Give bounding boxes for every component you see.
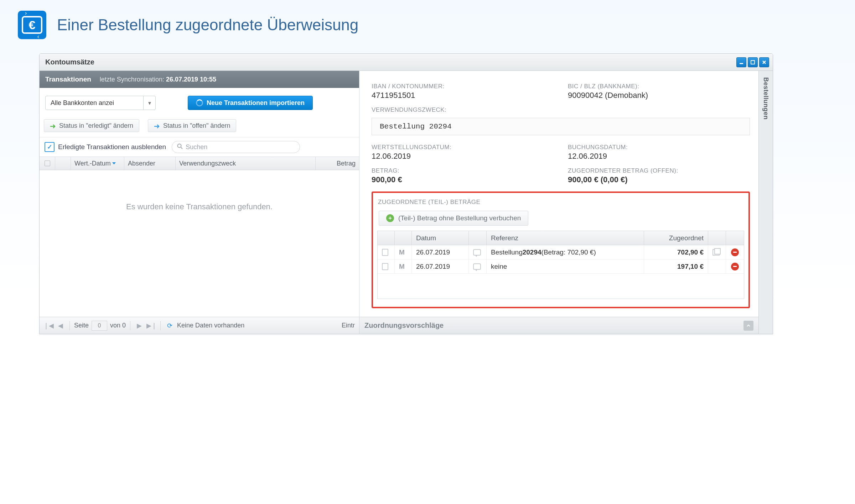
mark-open-button[interactable]: Status in "offen" ändern — [148, 119, 237, 132]
arrow-right-blue-icon — [154, 123, 160, 128]
window-close-button[interactable] — [759, 57, 769, 67]
pager-page-input[interactable] — [92, 321, 107, 331]
orders-side-label: Bestellungen — [762, 71, 770, 120]
transactions-panel: Transaktionen letzte Synchronisation: 26… — [40, 71, 359, 334]
page-header: › € ‹ Einer Bestellung zugeordnete Überw… — [18, 11, 837, 39]
select-all-checkbox[interactable] — [45, 161, 50, 166]
sync-info: letzte Synchronisation: 26.07.2019 10:55 — [100, 76, 216, 83]
column-value-date[interactable]: Wert.-Datum — [71, 157, 124, 170]
bic-label: BIC / BLZ (BANKNAME): — [568, 83, 750, 90]
import-transactions-button[interactable]: Neue Transaktionen importieren — [188, 96, 313, 110]
pager-first-button[interactable]: ❘◀ — [44, 321, 53, 330]
suggestions-bar[interactable]: Zuordnungsvorschläge — [359, 317, 758, 334]
search-icon — [177, 143, 183, 151]
row-amount: 702,90 € — [644, 245, 708, 259]
iban-label: IBAN / KONTONUMMER: — [372, 83, 554, 90]
hide-done-label: Erledigte Transaktionen ausblenden — [58, 143, 166, 151]
row-amount: 197,10 € — [644, 259, 708, 273]
pager: ❘◀ ◀ Seite von 0 ▶ ▶❘ ⟳ Keine Daten vorh… — [40, 317, 359, 334]
sort-desc-icon — [112, 162, 116, 164]
account-select[interactable]: Alle Bankkonten anzei ▾ — [45, 96, 156, 110]
suggestions-title: Zuordnungsvorschläge — [364, 321, 444, 330]
add-partial-amount-button[interactable]: + (Teil-) Betrag ohne Bestellung verbuch… — [379, 211, 528, 226]
chevron-down-icon: ▾ — [143, 96, 155, 110]
assigned-amounts-table: Datum Referenz Zugeordnet M26.07.2019Bes… — [377, 231, 744, 299]
pager-no-data: Keine Daten vorhanden — [177, 322, 244, 329]
value-date: 12.06.2019 — [372, 152, 554, 161]
row-reference: Bestellung 20294 (Betrag: 702,90 €) — [487, 245, 644, 259]
amount-value: 900,00 € — [372, 175, 554, 184]
euro-icon: › € ‹ — [18, 11, 46, 39]
pager-next-button[interactable]: ▶ — [135, 321, 144, 330]
account-select-value: Alle Bankkonten anzei — [46, 99, 143, 107]
row-date: 26.07.2019 — [412, 259, 469, 273]
search-placeholder: Suchen — [186, 143, 207, 151]
comment-icon[interactable] — [473, 249, 481, 256]
col-reference[interactable]: Referenz — [487, 231, 644, 245]
m-badge-icon: M — [399, 263, 405, 271]
purpose-text: Bestellung 20294 — [372, 118, 750, 135]
document-icon — [382, 263, 388, 270]
transactions-subheader: Transaktionen letzte Synchronisation: 26… — [40, 71, 359, 88]
document-icon — [382, 249, 388, 256]
pager-page-label: Seite — [74, 322, 89, 329]
amount-label: BETRAG: — [372, 167, 554, 174]
row-reference: keine — [487, 259, 644, 273]
assigned-amounts-section: ZUGEORDNETE (TEIL-) BETRÄGE + (Teil-) Be… — [372, 191, 750, 308]
window-maximize-button[interactable] — [748, 57, 758, 67]
pager-of-label: von 0 — [110, 322, 126, 329]
hide-done-checkbox[interactable]: ✓ — [45, 142, 55, 152]
row-date: 26.07.2019 — [412, 245, 469, 259]
booking-date-label: BUCHUNGSDATUM: — [568, 144, 750, 151]
svg-point-2 — [178, 144, 181, 147]
iban-value: 4711951501 — [372, 91, 554, 100]
assigned-amount-value: 900,00 € (0,00 €) — [568, 175, 750, 184]
remove-row-button[interactable] — [731, 263, 739, 271]
pager-last-button[interactable]: ▶❘ — [147, 321, 156, 330]
transactions-table-header: Wert.-Datum Absender Verwendungszweck Be… — [40, 157, 359, 170]
column-amount[interactable]: Betrag — [316, 157, 359, 170]
svg-rect-1 — [751, 61, 755, 64]
orders-side-panel[interactable]: Bestellungen — [758, 71, 773, 334]
purpose-label: VERWENDUNGSZWECK: — [372, 106, 750, 114]
expand-suggestions-button[interactable] — [743, 321, 753, 331]
assigned-section-title: ZUGEORDNETE (TEIL-) BETRÄGE — [378, 199, 743, 206]
plus-circle-icon: + — [386, 214, 394, 222]
booking-date: 12.06.2019 — [568, 152, 750, 161]
refresh-icon — [196, 99, 203, 106]
comment-icon[interactable] — [473, 263, 481, 270]
arrow-right-green-icon — [50, 123, 56, 128]
transactions-title: Transaktionen — [45, 75, 91, 83]
column-sender[interactable]: Absender — [124, 157, 176, 170]
page-title: Einer Bestellung zugeordnete Überweisung — [57, 16, 358, 34]
pager-entries: Eintr — [342, 322, 355, 329]
search-input[interactable]: Suchen — [172, 141, 300, 153]
value-date-label: WERTSTELLUNGSDATUM: — [372, 144, 554, 151]
window-titlebar: Kontoumsätze — [40, 54, 773, 71]
window: Kontoumsätze Transaktionen letzte Synchr… — [39, 53, 773, 334]
window-minimize-button[interactable] — [736, 57, 746, 67]
mark-done-button[interactable]: Status in "erledigt" ändern — [44, 119, 139, 132]
svg-rect-0 — [740, 63, 743, 64]
pager-refresh-button[interactable]: ⟳ — [165, 321, 174, 330]
assigned-amount-label: ZUGEORDNETER BETRAG (OFFEN): — [568, 167, 750, 174]
assigned-row[interactable]: M26.07.2019Bestellung 20294 (Betrag: 702… — [378, 245, 744, 259]
m-badge-icon: M — [399, 248, 405, 256]
empty-state: Es wurden keine Transaktionen gefunden. — [40, 170, 359, 317]
details-panel: IBAN / KONTONUMMER: 4711951501 BIC / BLZ… — [359, 71, 758, 334]
remove-row-button[interactable] — [731, 248, 739, 256]
col-assigned-amount[interactable]: Zugeordnet — [644, 231, 708, 245]
assigned-row[interactable]: M26.07.2019keine197,10 € — [378, 259, 744, 274]
column-purpose[interactable]: Verwendungszweck — [176, 157, 316, 170]
copy-icon[interactable] — [712, 249, 720, 256]
bic-value: 90090042 (Demobank) — [568, 91, 750, 100]
window-title: Kontoumsätze — [45, 58, 94, 66]
col-date[interactable]: Datum — [412, 231, 469, 245]
pager-prev-button[interactable]: ◀ — [56, 321, 65, 330]
account-holder-cutoff — [372, 71, 750, 78]
